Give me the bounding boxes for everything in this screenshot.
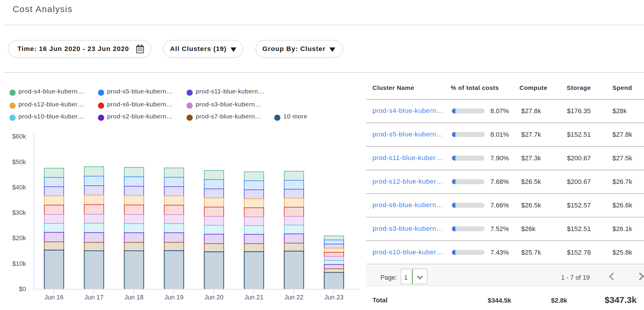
svg-text:Jun 16: Jun 16: [45, 294, 64, 301]
svg-text:Jun 21: Jun 21: [244, 294, 264, 301]
svg-text:Jun 17: Jun 17: [84, 294, 104, 301]
svg-text:$20k: $20k: [12, 235, 26, 242]
svg-text:$10k: $10k: [12, 260, 26, 267]
svg-text:Jun 19: Jun 19: [164, 294, 184, 301]
svg-text:$40k: $40k: [12, 184, 26, 191]
svg-text:$30k: $30k: [12, 209, 26, 216]
svg-text:Jun 23: Jun 23: [324, 294, 344, 301]
svg-text:Jun 18: Jun 18: [125, 294, 144, 301]
svg-text:Jun 20: Jun 20: [205, 294, 224, 301]
svg-text:$0: $0: [19, 286, 26, 293]
svg-text:$60k: $60k: [12, 133, 26, 140]
svg-text:Jun 22: Jun 22: [285, 294, 304, 301]
svg-text:$50k: $50k: [12, 159, 26, 166]
